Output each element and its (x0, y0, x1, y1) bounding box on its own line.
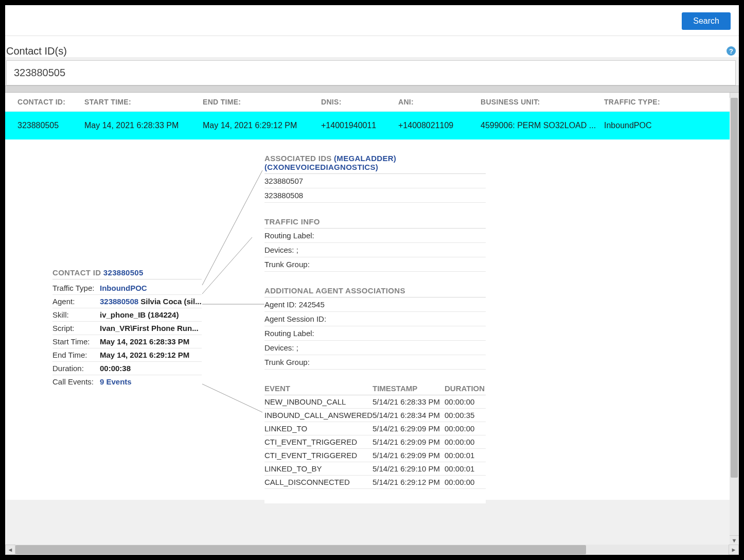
event-col: EVENT (264, 384, 373, 393)
event-ts: 5/14/21 6:29:09 PM (373, 451, 445, 460)
event-dur: 00:00:01 (445, 451, 486, 460)
event-row: INBOUND_CALL_ANSWERED5/14/21 6:28:34 PM0… (264, 409, 486, 422)
event-name: LINKED_TO (264, 424, 373, 433)
cell-business-unit: 4599006: PERM SO32LOAD ... (481, 121, 604, 130)
vertical-scroll-thumb[interactable] (731, 98, 738, 478)
duration-value: 00:00:38 (100, 364, 131, 373)
cell-traffic-type: InboundPOC (604, 121, 671, 130)
associated-ids-title: ASSOCIATED IDS (264, 154, 334, 163)
agent-label: Agent: (52, 297, 100, 306)
horizontal-scroll-thumb[interactable] (15, 545, 586, 554)
trunk-group-row: Trunk Group: (264, 355, 486, 370)
skill-label: Skill: (52, 310, 100, 319)
col-traffic-type[interactable]: TRAFFIC TYPE: (604, 98, 671, 106)
agent-session-id-row: Agent Session ID: (264, 312, 486, 326)
event-ts: 5/14/21 6:29:09 PM (373, 437, 445, 446)
scroll-right-icon[interactable]: ► (729, 545, 739, 555)
event-row: LINKED_TO5/14/21 6:29:09 PM00:00:00 (264, 422, 486, 435)
event-name: CALL_DISCONNECTED (264, 478, 373, 486)
vertical-scrollbar[interactable]: ▼ (730, 98, 739, 545)
contact-ids-input[interactable] (6, 60, 736, 85)
end-time-label: End Time: (52, 351, 100, 359)
event-ts: 5/14/21 6:29:12 PM (373, 478, 445, 486)
details-column: ASSOCIATED IDS (MEGALADDER) (CXONEVOICED… (264, 154, 486, 503)
skill-value: iv_phone_IB (184224) (100, 310, 179, 319)
script-value: Ivan_VR\First Phone Run... (100, 324, 199, 332)
routing-label-row: Routing Label: (264, 326, 486, 341)
cell-start-time: May 14, 2021 6:28:33 PM (84, 121, 203, 130)
event-name: INBOUND_CALL_ANSWERED (264, 411, 373, 419)
trunk-group-row: Trunk Group: (264, 257, 486, 272)
svg-line-0 (202, 170, 262, 285)
event-row: NEW_INBOUND_CALL5/14/21 6:28:33 PM00:00:… (264, 395, 486, 409)
event-row: LINKED_TO_BY5/14/21 6:29:10 PM00:00:01 (264, 462, 486, 476)
event-ts: 5/14/21 6:28:33 PM (373, 397, 445, 406)
agent-id-row: Agent ID: 242545 (264, 297, 486, 312)
summary-header-link[interactable]: 323880505 (103, 268, 144, 277)
event-dur: 00:00:35 (445, 411, 486, 419)
events-section: EVENT TIMESTAMP DURATION NEW_INBOUND_CAL… (264, 384, 486, 489)
agent-link[interactable]: 323880508 (100, 297, 138, 306)
horizontal-scrollbar[interactable]: ◄ ► (5, 545, 739, 555)
duration-col: DURATION (445, 384, 486, 393)
event-row: CTI_EVENT_TRIGGERED5/14/21 6:29:09 PM00:… (264, 449, 486, 462)
scroll-left-icon[interactable]: ◄ (5, 545, 15, 555)
event-ts: 5/14/21 6:29:10 PM (373, 464, 445, 473)
traffic-info-section: TRAFFIC INFO Routing Label: Devices: ; T… (264, 217, 486, 272)
col-end-time[interactable]: END TIME: (203, 98, 321, 106)
timestamp-col: TIMESTAMP (373, 384, 445, 393)
agent-assoc-title: ADDITIONAL AGENT ASSOCIATIONS (264, 286, 486, 297)
megaladder-link[interactable]: (MEGALADDER) (334, 154, 396, 163)
call-events-value[interactable]: 9 Events (100, 377, 132, 386)
event-dur: 00:00:00 (445, 397, 486, 406)
event-dur: 00:00:00 (445, 424, 486, 433)
routing-label-row: Routing Label: (264, 229, 486, 243)
devices-row: Devices: ; (264, 341, 486, 355)
cxonevoicediagnostics-link[interactable]: (CXONEVOICEDIAGNOSTICS) (264, 163, 378, 171)
contact-ids-label: Contact ID(s) (6, 45, 67, 57)
cell-contact-id: 323880505 (17, 121, 84, 130)
help-icon[interactable]: ? (727, 46, 736, 56)
associated-ids-section: ASSOCIATED IDS (MEGALADDER) (CXONEVOICED… (264, 154, 486, 203)
event-dur: 00:00:01 (445, 464, 486, 473)
event-ts: 5/14/21 6:29:09 PM (373, 424, 445, 433)
event-row: CALL_DISCONNECTED5/14/21 6:29:12 PM00:00… (264, 476, 486, 489)
col-start-time[interactable]: START TIME: (84, 98, 203, 106)
devices-row: Devices: ; (264, 243, 486, 257)
event-row: CTI_EVENT_TRIGGERED5/14/21 6:29:09 PM00:… (264, 435, 486, 449)
start-time-value: May 14, 2021 6:28:33 PM (100, 337, 189, 346)
svg-line-3 (202, 384, 262, 412)
associated-id-row[interactable]: 323880508 (264, 188, 486, 203)
agent-assoc-section: ADDITIONAL AGENT ASSOCIATIONS Agent ID: … (264, 286, 486, 370)
table-row[interactable]: 323880505 May 14, 2021 6:28:33 PM May 14… (5, 112, 739, 139)
event-dur: 00:00:00 (445, 478, 486, 486)
cell-end-time: May 14, 2021 6:29:12 PM (203, 121, 321, 130)
event-ts: 5/14/21 6:28:34 PM (373, 411, 445, 419)
event-name: CTI_EVENT_TRIGGERED (264, 451, 373, 460)
scroll-down-icon[interactable]: ▼ (730, 535, 739, 545)
agent-name: Silvia Coca (sil... (138, 297, 202, 306)
cell-ani: +14008021109 (398, 121, 481, 130)
col-dnis[interactable]: DNIS: (321, 98, 398, 106)
search-button[interactable]: Search (682, 12, 731, 30)
script-label: Script: (52, 324, 100, 332)
col-ani[interactable]: ANI: (398, 98, 481, 106)
traffic-type-label: Traffic Type: (52, 284, 100, 292)
traffic-type-value[interactable]: InboundPOC (100, 284, 147, 292)
end-time-value: May 14, 2021 6:29:12 PM (100, 351, 189, 359)
associated-id-row[interactable]: 323880507 (264, 174, 486, 188)
col-contact-id[interactable]: CONTACT ID: (17, 98, 84, 106)
contact-summary-card: CONTACT ID 323880505 Traffic Type: Inbou… (52, 268, 202, 388)
call-events-label: Call Events: (52, 377, 100, 386)
event-dur: 00:00:00 (445, 437, 486, 446)
event-name: NEW_INBOUND_CALL (264, 397, 373, 406)
col-business-unit[interactable]: BUSINESS UNIT: (481, 98, 604, 106)
start-time-label: Start Time: (52, 337, 100, 346)
traffic-info-title: TRAFFIC INFO (264, 217, 486, 229)
event-name: LINKED_TO_BY (264, 464, 373, 473)
svg-line-1 (202, 237, 252, 294)
cell-dnis: +14001940011 (321, 121, 398, 130)
duration-label: Duration: (52, 364, 100, 373)
event-name: CTI_EVENT_TRIGGERED (264, 437, 373, 446)
summary-header-label: CONTACT ID (52, 268, 101, 277)
